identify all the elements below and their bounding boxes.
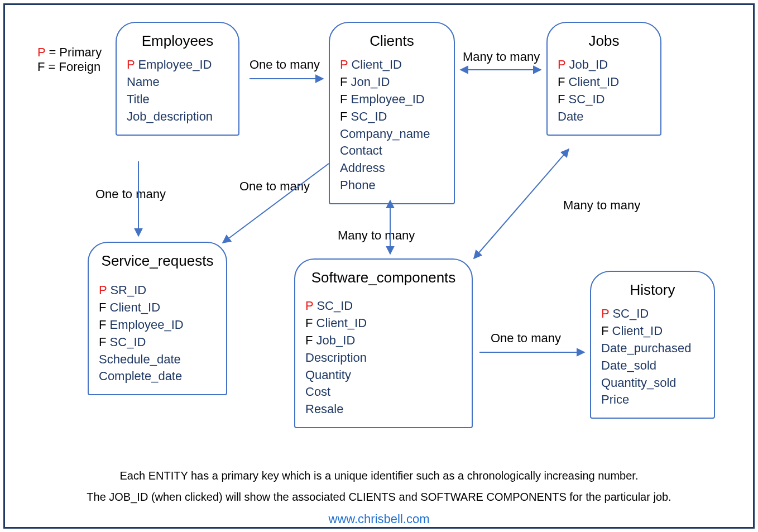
attr-row: P Client_ID <box>340 56 444 74</box>
attr-row: Date_purchased <box>601 340 704 357</box>
entity-title: Jobs <box>558 31 650 51</box>
attr-row: Date_sold <box>601 357 704 375</box>
rel-label-clients-jobs: Many to many <box>463 50 540 64</box>
attr-row: F Jon_ID <box>340 74 444 91</box>
entity-service-requests: Service_requests P SR_ID F Client_ID F E… <box>88 242 227 395</box>
entity-title: Employees <box>127 31 228 51</box>
rel-label-clients-sc: Many to many <box>338 228 415 243</box>
attr-row: Resale <box>305 401 462 418</box>
attr-row: Date <box>558 108 650 126</box>
attr-row: P Employee_ID <box>127 56 228 74</box>
attr-row: F Client_ID <box>99 299 216 317</box>
entity-title: History <box>601 280 704 300</box>
entity-title: Software_components <box>305 267 462 287</box>
attr-row: Quantity_sold <box>601 375 704 392</box>
diagram-frame: P = Primary F = Foreign Employees P Empl… <box>3 3 755 529</box>
legend: P = Primary F = Foreign <box>37 45 102 74</box>
attr-row: Description <box>305 349 462 367</box>
attr-row: Title <box>127 91 228 108</box>
caption-line-2: The JOB_ID (when clicked) will show the … <box>5 491 753 504</box>
rel-label-jobs-sc: Many to many <box>563 198 640 213</box>
rel-label-sc-history: One to many <box>491 331 561 346</box>
attr-row: Company_name <box>340 126 444 143</box>
attr-row: F SC_ID <box>558 91 650 108</box>
attr-row: Complete_date <box>99 368 216 385</box>
attr-row: Cost <box>305 384 462 401</box>
attr-row: Contact <box>340 142 444 160</box>
entity-clients: Clients P Client_ID F Jon_ID F Employee_… <box>329 22 455 204</box>
attr-row: P SC_ID <box>305 298 462 315</box>
entity-employees: Employees P Employee_ID Name Title Job_d… <box>116 22 239 136</box>
attr-row: F Client_ID <box>305 315 462 332</box>
entity-title: Clients <box>340 31 444 51</box>
attr-row: Job_description <box>127 108 228 126</box>
legend-foreign: F = Foreign <box>37 60 102 74</box>
entity-history: History P SC_ID F Client_ID Date_purchas… <box>590 271 715 419</box>
attr-row: Price <box>601 391 704 409</box>
attr-row: Schedule_date <box>99 351 216 368</box>
attr-row: Quantity <box>305 367 462 384</box>
attr-row: P Job_ID <box>558 56 650 74</box>
caption-line-1: Each ENTITY has a primary key which is a… <box>5 469 753 482</box>
attr-row: Address <box>340 160 444 177</box>
rel-label-clients-sr: One to many <box>239 179 310 194</box>
entity-software-components: Software_components P SC_ID F Client_ID … <box>294 258 473 428</box>
attr-row: F Employee_ID <box>99 317 216 334</box>
attr-row: F Client_ID <box>601 323 704 340</box>
rel-label-emp-clients: One to many <box>250 57 320 72</box>
svg-line-3 <box>223 164 329 243</box>
website-link[interactable]: www.chrisbell.com <box>5 512 753 526</box>
legend-primary: P = Primary <box>37 45 102 60</box>
attr-row: P SR_ID <box>99 282 216 299</box>
attr-row: Phone <box>340 177 444 194</box>
attr-row: F Client_ID <box>558 74 650 91</box>
attr-row: Name <box>127 74 228 91</box>
attr-row: F SC_ID <box>99 334 216 351</box>
attr-row: F Job_ID <box>305 332 462 349</box>
svg-line-5 <box>474 149 569 258</box>
entity-jobs: Jobs P Job_ID F Client_ID F SC_ID Date <box>546 22 661 136</box>
diagram-canvas: P = Primary F = Foreign Employees P Empl… <box>27 18 736 458</box>
entity-title: Service_requests <box>99 251 216 271</box>
attr-row: F Employee_ID <box>340 91 444 108</box>
attr-row: P SC_ID <box>601 305 704 323</box>
rel-label-emp-sr: One to many <box>95 187 166 202</box>
attr-row: F SC_ID <box>340 108 444 126</box>
